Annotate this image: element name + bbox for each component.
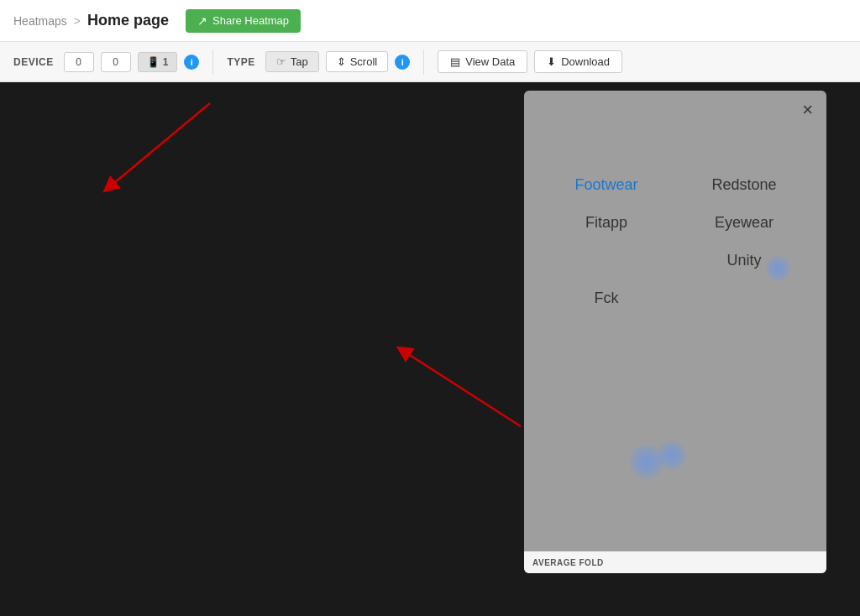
mobile-panel-header: × — [524, 91, 826, 126]
arrow-annotation-2 — [336, 309, 546, 477]
type-label: TYPE — [227, 56, 254, 68]
device-tablet-button[interactable]: 0 — [101, 52, 131, 72]
toolbar-separator-2 — [423, 50, 424, 75]
device-desktop-button[interactable]: 0 — [64, 52, 94, 72]
download-button[interactable]: ⬇ Download — [534, 50, 622, 73]
tap-label: Tap — [291, 55, 308, 68]
mobile-panel: × Footwear Redstone Fitapp Unity Eyewear… — [524, 91, 826, 573]
header: Heatmaps > Home page ↗ Share Heatmap — [0, 0, 860, 42]
type-info-icon[interactable]: i — [395, 55, 410, 70]
breadcrumb-separator: > — [74, 14, 81, 28]
view-data-button[interactable]: ▤ View Data — [438, 50, 527, 73]
scroll-label: Scroll — [350, 55, 378, 68]
menu-item-unity[interactable]: Unity — [692, 252, 796, 269]
menu-item-fck[interactable]: Fck — [554, 290, 658, 307]
tap-icon: ☞ — [276, 55, 286, 68]
download-icon: ⬇ — [547, 55, 556, 68]
scroll-icon: ⇕ — [337, 55, 346, 68]
share-icon: ↗ — [197, 14, 207, 28]
svg-line-1 — [403, 351, 521, 426]
mobile-panel-content: Footwear Redstone Fitapp Unity Eyewear F… — [524, 126, 826, 573]
menu-item-fitapp[interactable]: Fitapp — [554, 214, 658, 232]
view-data-label: View Data — [465, 55, 515, 68]
toolbar: DEVICE 0 0 📱 1 i TYPE ☞ Tap ⇕ Scroll i ▤… — [0, 42, 860, 82]
heat-spot-container — [554, 252, 658, 269]
breadcrumb-parent[interactable]: Heatmaps — [13, 14, 67, 28]
avg-fold-label: AVERAGE FOLD — [532, 558, 604, 567]
device-mobile-button[interactable]: 📱 1 — [138, 52, 178, 72]
menu-item-redstone[interactable]: Redstone — [692, 176, 796, 194]
arrow-annotation-1 — [84, 86, 252, 204]
view-data-icon: ▤ — [450, 55, 460, 68]
menu-grid: Footwear Redstone Fitapp Unity Eyewear F… — [538, 176, 813, 307]
main-area: × Footwear Redstone Fitapp Unity Eyewear… — [0, 82, 860, 616]
device-label: DEVICE — [13, 56, 54, 68]
mobile-icon: 📱 — [147, 56, 160, 68]
breadcrumb-current: Home page — [87, 12, 169, 29]
heat-spot-1 — [626, 445, 668, 478]
toolbar-separator — [212, 50, 213, 75]
menu-item-eyewear[interactable]: Eyewear — [692, 214, 796, 232]
close-button[interactable]: × — [802, 101, 813, 119]
svg-line-0 — [109, 103, 210, 187]
heat-spot-2 — [655, 441, 689, 470]
share-btn-label: Share Heatmap — [212, 14, 289, 27]
device-mobile-count: 1 — [163, 56, 169, 68]
tap-button[interactable]: ☞ Tap — [265, 51, 319, 72]
share-heatmap-button[interactable]: ↗ Share Heatmap — [186, 9, 301, 33]
download-label: Download — [561, 55, 610, 68]
device-info-icon[interactable]: i — [184, 55, 199, 70]
menu-item-footwear[interactable]: Footwear — [554, 176, 658, 194]
scroll-button[interactable]: ⇕ Scroll — [326, 51, 389, 72]
average-fold-bar: AVERAGE FOLD — [524, 550, 826, 573]
